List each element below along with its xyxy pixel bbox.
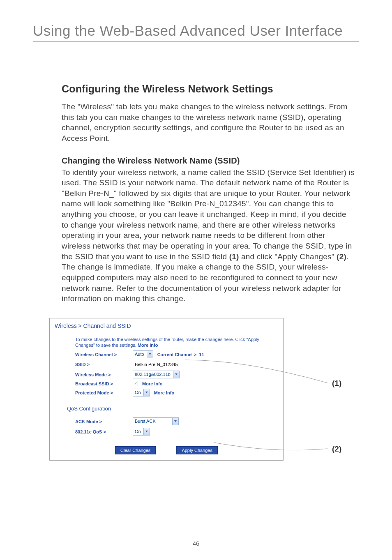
- label-ack-mode: ACK Mode >: [75, 419, 133, 424]
- select-wireless-channel-value: Auto: [133, 351, 147, 358]
- select-ack-mode[interactable]: Burst ACK: [133, 417, 179, 425]
- select-ack-mode-value: Burst ACK: [133, 418, 158, 425]
- sub-heading-ssid: Changing the Wireless Network Name (SSID…: [62, 156, 355, 166]
- select-qos-value: On: [133, 428, 143, 435]
- select-802-11e-qos[interactable]: On: [133, 428, 150, 436]
- label-broadcast-ssid: Broadcast SSID >: [75, 381, 133, 386]
- page-title: Using the Web-Based Advanced User Interf…: [33, 23, 359, 39]
- label-wireless-mode: Wireless Mode >: [75, 372, 133, 377]
- callout-ref-2: (2): [337, 252, 346, 261]
- chevron-down-icon: [172, 418, 178, 425]
- body-text-a: To identify your wireless network, a nam…: [62, 168, 355, 261]
- qos-heading: QoS Configuration: [67, 406, 278, 412]
- router-settings-screenshot: Wireless > Channel and SSID To make chan…: [49, 318, 284, 461]
- row-ack-mode: ACK Mode > Burst ACK: [75, 417, 278, 425]
- section-heading: Configuring the Wireless Network Setting…: [62, 83, 355, 95]
- checkbox-broadcast-ssid[interactable]: ✓: [133, 381, 138, 386]
- more-info-link[interactable]: More Info: [142, 381, 163, 386]
- select-protected-mode-value: On: [133, 389, 143, 396]
- chevron-down-icon: [143, 428, 150, 435]
- intro-paragraph: The "Wireless" tab lets you make changes…: [62, 101, 355, 144]
- label-protected-mode: Protected Mode >: [75, 390, 133, 395]
- chevron-down-icon: [173, 371, 179, 378]
- callout-ref-1: (1): [229, 252, 239, 261]
- apply-changes-button[interactable]: Apply Changes: [176, 446, 218, 454]
- row-802-11e-qos: 802.11e QoS > On: [75, 428, 278, 436]
- label-802-11e-qos: 802.11e QoS >: [75, 429, 133, 434]
- chevron-down-icon: [143, 389, 150, 396]
- row-protected-mode: Protected Mode > On More Info: [75, 389, 278, 396]
- row-broadcast-ssid: Broadcast SSID > ✓ More Info: [75, 381, 278, 386]
- breadcrumb: Wireless > Channel and SSID: [55, 323, 278, 329]
- current-channel-value: 11: [199, 352, 204, 357]
- label-current-channel: Current Channel > 11: [157, 352, 204, 357]
- body-text-b: and click "Apply Changes": [239, 252, 337, 261]
- select-protected-mode[interactable]: On: [133, 389, 150, 396]
- row-wireless-mode: Wireless Mode > 802.11g&802.11b: [75, 371, 278, 378]
- more-info-link[interactable]: More Info: [154, 390, 175, 395]
- content-area: Configuring the Wireless Network Setting…: [33, 83, 359, 461]
- row-ssid: SSID >: [75, 361, 278, 368]
- callout-label-2: (2): [332, 445, 341, 454]
- button-row: Clear Changes Apply Changes: [55, 446, 278, 454]
- settings-description: To make changes to the wireless settings…: [75, 336, 278, 348]
- callout-label-1: (1): [332, 379, 341, 388]
- screenshot-wrap: Wireless > Channel and SSID To make chan…: [49, 318, 349, 461]
- chevron-down-icon: [147, 351, 153, 358]
- label-wireless-channel: Wireless Channel >: [75, 352, 133, 357]
- page-number: 46: [0, 540, 392, 547]
- label-ssid: SSID >: [75, 362, 133, 367]
- select-wireless-mode-value: 802.11g&802.11b: [133, 371, 173, 378]
- clear-changes-button[interactable]: Clear Changes: [115, 446, 156, 454]
- current-channel-label-text: Current Channel >: [157, 352, 197, 357]
- more-info-link[interactable]: More Info: [138, 343, 158, 348]
- select-wireless-channel[interactable]: Auto: [133, 350, 153, 358]
- body-paragraph: To identify your wireless network, a nam…: [62, 167, 355, 304]
- title-divider: [33, 41, 359, 42]
- select-wireless-mode[interactable]: 802.11g&802.11b: [133, 371, 180, 378]
- ssid-input[interactable]: [133, 361, 188, 368]
- settings-description-text: To make changes to the wireless settings…: [75, 337, 259, 348]
- row-wireless-channel: Wireless Channel > Auto Current Channel …: [75, 350, 278, 358]
